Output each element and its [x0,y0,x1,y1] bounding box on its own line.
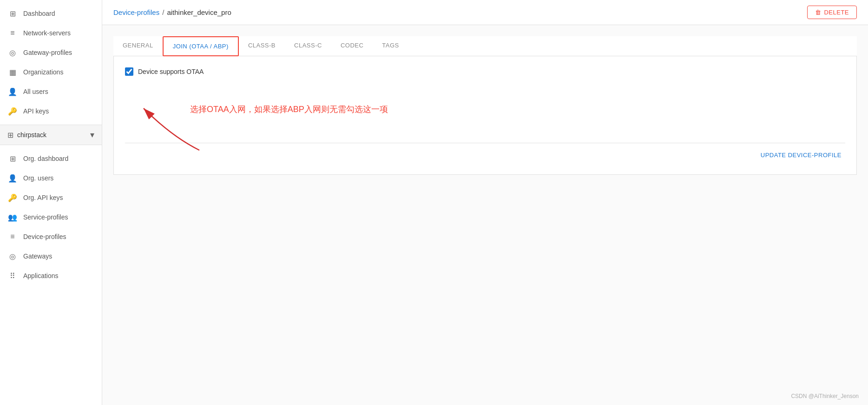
org-selector-name: chirpstack [17,131,86,139]
topbar: Device-profiles / aithinker_device_pro 🗑… [102,0,868,25]
sidebar-top-section: ⊞ Dashboard ≡ Network-servers ◎ Gateway-… [0,0,102,125]
tab-class-b[interactable]: CLASS-B [239,36,285,56]
sidebar-item-gateways[interactable]: ◎ Gateways [0,246,102,266]
footer-text: CSDN @AiThinker_Jenson [791,393,859,399]
sidebar-item-api-keys[interactable]: 🔑 API keys [0,101,102,121]
org-dashboard-icon: ⊞ [7,153,18,164]
sidebar-label-gateways: Gateways [23,252,52,260]
gateway-profiles-icon: ◎ [7,47,18,58]
org-users-icon: 👤 [7,173,18,183]
sidebar-bottom-section: ⊞ Org. dashboard 👤 Org. users 🔑 Org. API… [0,145,102,289]
sidebar-item-network-servers[interactable]: ≡ Network-servers [0,23,102,43]
sidebar-label-org-api-keys: Org. API keys [23,194,63,201]
breadcrumb-separator: / [162,8,164,16]
delete-label: DELETE [824,9,849,16]
join-panel: Device supports OTAA 选择OTAA入网，如果选择ABP入网则… [113,56,857,175]
chevron-down-icon: ▾ [90,130,94,140]
delete-icon: 🗑 [815,9,822,16]
sidebar-item-org-dashboard[interactable]: ⊞ Org. dashboard [0,149,102,168]
sidebar-label-service-profiles: Service-profiles [23,213,68,221]
update-device-profile-button[interactable]: UPDATE DEVICE-PROFILE [757,149,845,161]
breadcrumb: Device-profiles / aithinker_device_pro [113,8,231,16]
breadcrumb-link[interactable]: Device-profiles [113,8,159,16]
sidebar-item-org-api-keys[interactable]: 🔑 Org. API keys [0,188,102,207]
applications-icon: ⠿ [7,271,18,281]
network-icon: ≡ [7,28,18,38]
org-api-icon: 🔑 [7,193,18,203]
device-supports-otaa-checkbox[interactable] [125,67,133,76]
dashboard-icon: ⊞ [7,8,18,19]
sidebar-label-org-users: Org. users [23,174,53,182]
tabs-bar: GENERALJOIN (OTAA / ABP)CLASS-BCLASS-CCO… [113,36,857,56]
device-profiles-icon: ≡ [7,232,18,242]
organizations-icon: ▦ [7,67,18,77]
sidebar: ⊞ Dashboard ≡ Network-servers ◎ Gateway-… [0,0,102,405]
users-icon: 👤 [7,86,18,97]
breadcrumb-current: aithinker_device_pro [167,8,231,16]
sidebar-item-org-users[interactable]: 👤 Org. users [0,168,102,188]
delete-button[interactable]: 🗑 DELETE [807,6,857,19]
tab-class-c[interactable]: CLASS-C [285,36,331,56]
sidebar-item-organizations[interactable]: ▦ Organizations [0,62,102,82]
sidebar-item-applications[interactable]: ⠿ Applications [0,266,102,285]
update-btn-row: UPDATE DEVICE-PROFILE [125,143,845,163]
sidebar-label-organizations: Organizations [23,68,63,76]
tab-tags[interactable]: TAGS [373,36,408,56]
service-profiles-icon: 👥 [7,212,18,222]
annotation-block: 选择OTAA入网，如果选择ABP入网则无需勾选这一项 [125,104,845,115]
sidebar-label-network-servers: Network-servers [23,29,71,37]
org-selector-icon [7,131,13,139]
sidebar-item-all-users[interactable]: 👤 All users [0,82,102,101]
sidebar-item-service-profiles[interactable]: 👥 Service-profiles [0,207,102,227]
tab-codec[interactable]: CODEC [331,36,373,56]
sidebar-label-gateway-profiles: Gateway-profiles [23,49,72,56]
sidebar-label-org-dashboard: Org. dashboard [23,155,68,162]
sidebar-item-gateway-profiles[interactable]: ◎ Gateway-profiles [0,43,102,62]
gateways-icon: ◎ [7,251,18,261]
sidebar-label-dashboard: Dashboard [23,10,55,17]
sidebar-item-dashboard[interactable]: ⊞ Dashboard [0,4,102,23]
sidebar-label-applications: Applications [23,272,59,279]
sidebar-item-device-profiles[interactable]: ≡ Device-profiles [0,227,102,246]
sidebar-label-all-users: All users [23,88,48,95]
sidebar-label-api-keys: API keys [23,107,49,115]
tab-join[interactable]: JOIN (OTAA / ABP) [163,36,239,56]
org-selector[interactable]: chirpstack ▾ [0,125,102,145]
footer: CSDN @AiThinker_Jenson [791,393,859,399]
annotation-text: 选择OTAA入网，如果选择ABP入网则无需勾选这一项 [190,104,845,115]
otaa-checkbox-label: Device supports OTAA [138,68,204,75]
api-icon: 🔑 [7,106,18,116]
tab-general[interactable]: GENERAL [113,36,163,56]
main-content: Device-profiles / aithinker_device_pro 🗑… [102,0,868,405]
content-area: GENERALJOIN (OTAA / ABP)CLASS-BCLASS-CCO… [102,25,868,405]
sidebar-label-device-profiles: Device-profiles [23,233,66,240]
otaa-checkbox-row: Device supports OTAA [125,67,845,76]
